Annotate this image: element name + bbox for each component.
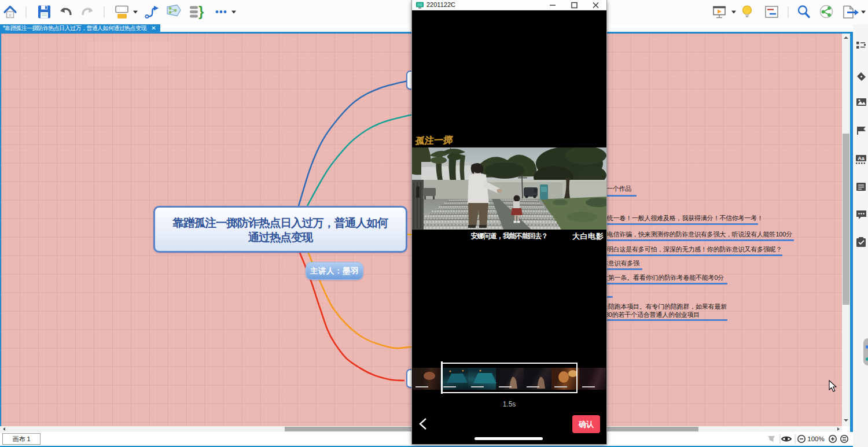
svg-text:Aa: Aa	[858, 156, 865, 161]
svg-text:}: }	[198, 3, 204, 19]
svg-text:100%: 100%	[807, 435, 824, 442]
